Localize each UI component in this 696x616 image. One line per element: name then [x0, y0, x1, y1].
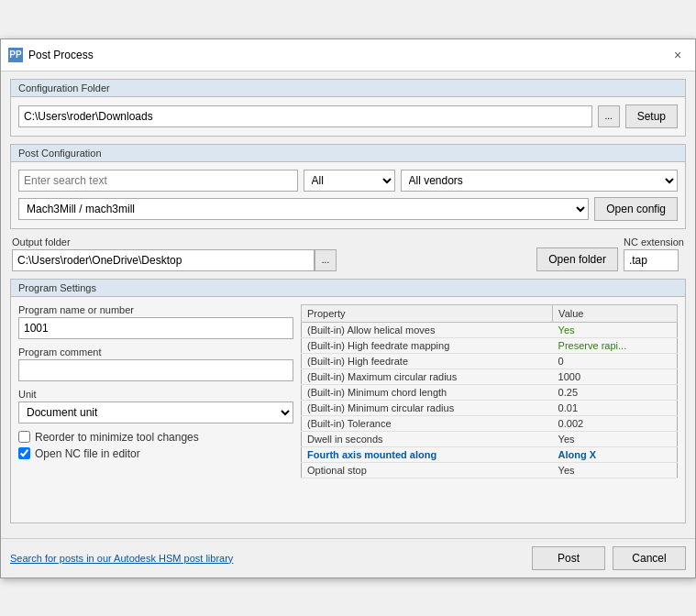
- reorder-label[interactable]: Reorder to minimize tool changes: [35, 431, 199, 444]
- config-folder-section: Configuration Folder ... Setup: [10, 79, 686, 137]
- col-value-header: Value: [553, 304, 678, 322]
- output-folder-browse-button[interactable]: ...: [315, 249, 337, 271]
- hsm-library-link[interactable]: Search for posts in our Autodesk HSM pos…: [10, 553, 233, 564]
- config-folder-row: ... Setup: [18, 104, 678, 128]
- table-row-value: Yes: [553, 462, 678, 478]
- program-settings-content: Program name or number Program comment U…: [11, 297, 685, 522]
- table-row-value: Along X: [553, 446, 678, 462]
- open-config-button[interactable]: Open config: [594, 197, 678, 221]
- table-row-value: 0.01: [553, 400, 678, 415]
- program-name-input[interactable]: [18, 317, 293, 339]
- setup-button[interactable]: Setup: [625, 104, 678, 128]
- dialog-title: Post Process: [28, 49, 94, 61]
- table-row-property: (Built-in) Allow helical moves: [302, 322, 553, 337]
- program-comment-input[interactable]: [18, 359, 293, 381]
- program-settings-section: Program Settings Program name or number …: [10, 279, 686, 523]
- output-folder-label: Output folder: [12, 236, 527, 248]
- post-config-content: All Mill Lathe Plasma All vendors Autode…: [11, 162, 685, 228]
- dialog-icon: PP: [8, 48, 23, 62]
- program-left: Program name or number Program comment U…: [18, 304, 293, 515]
- program-name-label: Program name or number: [18, 304, 293, 315]
- table-row-property: (Built-in) Minimum chord length: [302, 384, 553, 400]
- property-table-wrapper: Property Value (Built-in) Allow helical …: [301, 304, 678, 515]
- search-row: All Mill Lathe Plasma All vendors Autode…: [18, 170, 678, 192]
- table-row-property: Dwell in seconds: [302, 431, 553, 446]
- post-process-dialog: PP Post Process × Configuration Folder .…: [0, 38, 696, 578]
- config-folder-content: ... Setup: [11, 97, 685, 136]
- reorder-checkbox[interactable]: [18, 431, 30, 443]
- table-row-value: 0: [553, 353, 678, 368]
- table-row-value: 1000: [553, 368, 678, 384]
- program-comment-label: Program comment: [18, 346, 293, 358]
- table-row-property: (Built-in) Maximum circular radius: [302, 368, 553, 384]
- table-row-property: (Built-in) High feedrate: [302, 353, 553, 368]
- col-property-header: Property: [302, 304, 553, 322]
- output-folder-group: Output folder ...: [12, 236, 527, 271]
- open-folder-button[interactable]: Open folder: [536, 248, 618, 271]
- nc-ext-label: NC extension: [624, 236, 684, 248]
- table-row-value: 0.25: [553, 384, 678, 400]
- program-comment-group: Program comment: [18, 346, 293, 381]
- filter-select[interactable]: All Mill Lathe Plasma: [304, 170, 395, 192]
- post-config-section: Post Configuration All Mill Lathe Plasma…: [10, 144, 686, 229]
- dialog-footer: Search for posts in our Autodesk HSM pos…: [1, 538, 695, 578]
- program-name-group: Program name or number: [18, 304, 293, 339]
- dialog-body: Configuration Folder ... Setup Post Conf…: [1, 72, 695, 538]
- unit-select[interactable]: Document unit mm inch: [18, 402, 293, 424]
- table-row-value: 0.002: [553, 415, 678, 431]
- open-nc-label[interactable]: Open NC file in editor: [35, 447, 140, 460]
- open-nc-checkbox[interactable]: [18, 447, 30, 459]
- table-row-property: Optional stop: [302, 462, 553, 478]
- table-row-value: Yes: [553, 431, 678, 446]
- nc-ext-input[interactable]: [624, 249, 679, 271]
- program-settings-header: Program Settings: [11, 280, 685, 297]
- table-row-property: (Built-in) Minimum circular radius: [302, 400, 553, 415]
- unit-group: Unit Document unit mm inch: [18, 389, 293, 424]
- config-select-row: Mach3Mill / mach3mill Open config: [18, 197, 678, 221]
- config-folder-header: Configuration Folder: [11, 80, 685, 97]
- property-table-scroll[interactable]: Property Value (Built-in) Allow helical …: [301, 304, 678, 515]
- config-folder-input[interactable]: [18, 105, 592, 127]
- open-nc-checkbox-row: Open NC file in editor: [18, 447, 293, 460]
- footer-buttons: Post Cancel: [532, 546, 686, 570]
- table-row-value: Preserve rapi...: [553, 337, 678, 353]
- table-row-value: Yes: [553, 322, 678, 337]
- config-folder-browse-button[interactable]: ...: [598, 105, 620, 127]
- search-input[interactable]: [18, 170, 298, 192]
- table-row-property: (Built-in) High feedrate mapping: [302, 337, 553, 353]
- title-bar-left: PP Post Process: [8, 48, 94, 62]
- output-actions: Open folder NC extension: [536, 236, 684, 271]
- post-config-header: Post Configuration: [11, 145, 685, 162]
- output-folder-input[interactable]: [12, 249, 315, 271]
- vendor-select[interactable]: All vendors Autodesk Haas Fanuc: [401, 170, 679, 192]
- post-config-select[interactable]: Mach3Mill / mach3mill: [18, 198, 589, 220]
- output-folder-row: ...: [12, 249, 527, 271]
- unit-label: Unit: [18, 389, 293, 400]
- nc-ext-group: NC extension: [624, 236, 684, 271]
- property-table: Property Value (Built-in) Allow helical …: [301, 304, 678, 478]
- title-bar: PP Post Process ×: [1, 39, 695, 72]
- program-settings-layout: Program name or number Program comment U…: [18, 304, 678, 515]
- output-section: Output folder ... Open folder NC extensi…: [10, 236, 686, 271]
- post-button[interactable]: Post: [532, 546, 605, 570]
- close-button[interactable]: ×: [668, 45, 688, 65]
- table-row-property: (Built-in) Tolerance: [302, 415, 553, 431]
- cancel-button[interactable]: Cancel: [613, 546, 686, 570]
- reorder-checkbox-row: Reorder to minimize tool changes: [18, 431, 293, 444]
- program-right: Property Value (Built-in) Allow helical …: [301, 304, 678, 515]
- table-row-property: Fourth axis mounted along: [302, 446, 553, 462]
